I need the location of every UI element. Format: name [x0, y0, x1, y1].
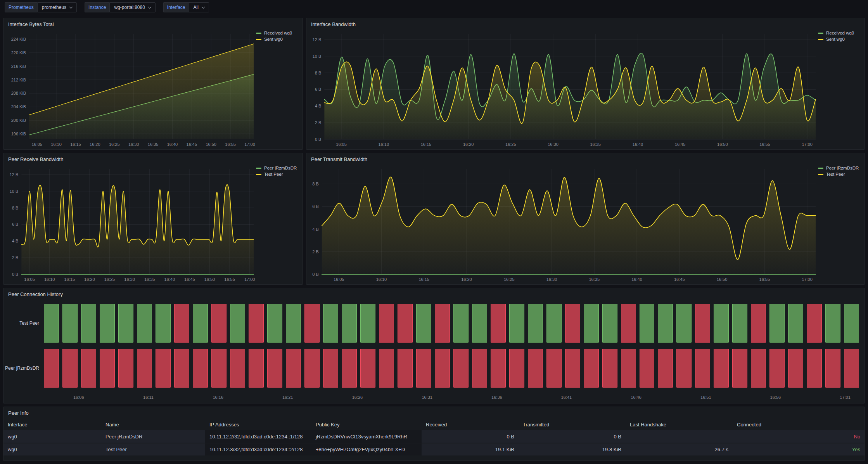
status-bar-disconnected: [602, 349, 617, 388]
status-bar-disconnected: [788, 349, 803, 388]
interface-bandwidth-chart[interactable]: 0 B2 B4 B6 B8 B10 B12 B16:0516:1016:1516…: [309, 30, 818, 149]
x-axis-tick-label: 16:21: [282, 395, 293, 400]
chart-canvas[interactable]: 0 B2 B4 B6 B8 B16:0516:1016:1516:2016:25…: [309, 165, 818, 284]
legend-label: Test Peer: [264, 172, 283, 177]
status-bar-disconnected: [435, 349, 450, 388]
legend-item-peer-jrzmdsdr[interactable]: Peer jRzmDsDR: [818, 166, 860, 170]
status-axis-spacer: [3, 394, 44, 402]
interface-bytes-total-chart[interactable]: 196 KiB200 KiB204 KiB208 KiB212 KiB216 K…: [6, 30, 256, 149]
x-axis-tick-label: 16:15: [64, 277, 75, 282]
cell-name: Test Peer: [101, 443, 205, 456]
x-axis-tick-label: 16:30: [128, 142, 139, 147]
chart-canvas[interactable]: 0 B2 B4 B6 B8 B10 B12 B16:0516:1016:1516…: [309, 30, 818, 149]
column-header-ip-addresses[interactable]: IP Addresses: [205, 419, 311, 430]
interface-bytes-total-legend: Received wg0Sent wg0: [256, 30, 300, 149]
variable-value-interface: All: [194, 5, 199, 10]
panel-interface-bytes-total: Interface Bytes Total 196 KiB200 KiB204 …: [3, 18, 303, 150]
legend-item-sent-wg0[interactable]: Sent wg0: [818, 37, 860, 42]
series-color-swatch: [256, 39, 261, 40]
x-axis-tick-label: 16:56: [770, 395, 781, 400]
y-axis-tick-label: 10 B: [10, 189, 19, 194]
x-axis-tick-label: 16:20: [84, 277, 95, 282]
panel-title-peer-receive-bandwidth[interactable]: Peer Receive Bandwidth: [3, 153, 303, 165]
status-bar-connected: [732, 304, 747, 343]
peer-connection-history-chart[interactable]: Test PeerPeer jRzmDsDR16:0616:1116:1616:…: [3, 300, 865, 403]
x-axis-tick-label: 16:26: [352, 395, 363, 400]
variable-prometheus: Prometheusprometheus: [5, 2, 77, 12]
status-bar-connected: [360, 304, 375, 343]
x-axis-tick-label: 16:06: [73, 395, 84, 400]
status-bar-disconnected: [621, 349, 636, 388]
variable-select-prometheus[interactable]: prometheus: [37, 2, 77, 12]
legend-item-received-wg0[interactable]: Received wg0: [256, 31, 298, 35]
x-axis-tick-label: 17:01: [840, 395, 851, 400]
variable-value-instance: wg-portal:8080: [114, 5, 145, 10]
x-axis-tick-label: 16:15: [418, 277, 429, 282]
cell-transmitted: 19.8 KiB: [519, 443, 626, 456]
status-bar-connected: [193, 304, 208, 343]
legend-item-sent-wg0[interactable]: Sent wg0: [256, 37, 298, 42]
status-bar-disconnected: [769, 349, 785, 388]
status-bar-connected: [342, 304, 357, 343]
peer-transmit-bandwidth-chart[interactable]: 0 B2 B4 B6 B8 B16:0516:1016:1516:2016:25…: [309, 165, 818, 284]
status-bar-disconnected: [472, 349, 487, 388]
status-bar-connected: [528, 304, 543, 343]
status-bar-connected: [323, 304, 338, 343]
y-axis-tick-label: 224 KiB: [11, 37, 26, 42]
legend-item-peer-jrzmdsdr[interactable]: Peer jRzmDsDR: [256, 166, 298, 170]
panel-title-interface-bandwidth[interactable]: Interface Bandwidth: [306, 18, 865, 30]
y-axis-tick-label: 2 B: [12, 255, 19, 260]
legend-item-test-peer[interactable]: Test Peer: [256, 172, 298, 177]
column-header-received[interactable]: Received: [422, 419, 519, 430]
legend-item-test-peer[interactable]: Test Peer: [818, 172, 860, 177]
status-bar-connected: [286, 304, 301, 343]
status-x-axis-row: 16:0616:1116:1616:2116:2616:3116:3616:41…: [3, 394, 859, 402]
legend-label: Sent wg0: [264, 37, 283, 42]
panel-title-interface-bytes-total[interactable]: Interface Bytes Total: [3, 18, 303, 30]
y-axis-tick-label: 0 B: [12, 272, 19, 277]
x-axis-tick-label: 17:00: [244, 142, 255, 147]
dashboard-grid: Interface Bytes Total 196 KiB200 KiB204 …: [0, 15, 868, 464]
panel-title-peer-connection-history[interactable]: Peer Connection History: [3, 288, 865, 300]
column-header-connected[interactable]: Connected: [733, 419, 865, 430]
variable-value-prometheus: prometheus: [42, 5, 66, 10]
y-axis-tick-label: 6 B: [315, 87, 322, 92]
y-axis-tick-label: 0 B: [315, 137, 322, 142]
chart-canvas[interactable]: 0 B2 B4 B6 B8 B10 B12 B16:0516:1016:1516…: [6, 165, 256, 284]
status-bar-disconnected: [844, 349, 859, 388]
series-color-swatch: [256, 168, 261, 169]
status-bar-connected: [100, 304, 115, 343]
y-axis-tick-label: 0 B: [312, 272, 319, 277]
column-header-interface[interactable]: Interface: [3, 419, 101, 430]
status-bar-disconnected: [640, 349, 655, 388]
status-bar-connected: [825, 304, 840, 343]
x-axis-tick-label: 16:35: [144, 277, 155, 282]
x-axis-tick-label: 16:50: [717, 277, 728, 282]
column-header-transmitted[interactable]: Transmitted: [519, 419, 626, 430]
x-axis-tick-label: 16:50: [204, 277, 215, 282]
chart-canvas[interactable]: 196 KiB200 KiB204 KiB208 KiB212 KiB216 K…: [6, 30, 256, 149]
panel-title-peer-info[interactable]: Peer Info: [3, 407, 865, 419]
column-header-last-handshake[interactable]: Last Handshake: [626, 419, 733, 430]
status-bar-disconnected: [174, 349, 189, 388]
variable-select-interface[interactable]: All: [189, 2, 209, 12]
x-axis-tick-label: 16:11: [143, 395, 154, 400]
column-header-name[interactable]: Name: [101, 419, 205, 430]
y-axis-tick-label: 204 KiB: [11, 104, 26, 109]
variable-instance: Instancewg-portal:8080: [85, 2, 156, 12]
peer-receive-bandwidth-chart[interactable]: 0 B2 B4 B6 B8 B10 B12 B16:0516:1016:1516…: [6, 165, 256, 284]
variable-select-instance[interactable]: wg-portal:8080: [109, 2, 155, 12]
panel-title-peer-transmit-bandwidth[interactable]: Peer Transmit Bandwidth: [306, 153, 865, 165]
x-axis-tick-label: 16:25: [109, 142, 120, 147]
y-axis-tick-label: 2 B: [315, 120, 322, 125]
peer-info-table-head: InterfaceNameIP AddressesPublic KeyRecei…: [3, 419, 865, 430]
column-header-public-key[interactable]: Public Key: [311, 419, 422, 430]
y-axis-tick-label: 4 B: [12, 239, 19, 243]
status-bar-disconnected: [751, 304, 766, 343]
x-axis-tick-label: 16:31: [422, 395, 432, 400]
x-axis-tick-label: 16:50: [717, 142, 728, 147]
x-axis-tick-label: 16:30: [546, 277, 557, 282]
legend-item-received-wg0[interactable]: Received wg0: [818, 31, 860, 35]
chevron-down-icon: [202, 5, 205, 8]
dashboard-row-4: Peer Info InterfaceNameIP AddressesPubli…: [3, 407, 865, 461]
